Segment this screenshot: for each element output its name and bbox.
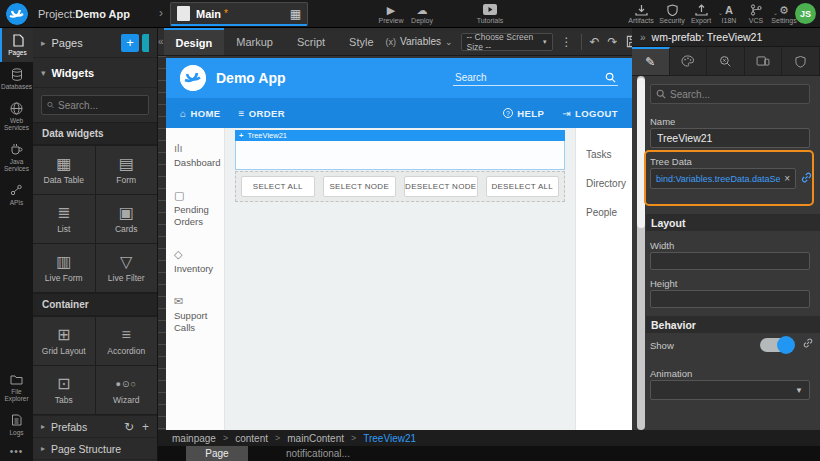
name-field-input[interactable] bbox=[650, 128, 810, 148]
tab-properties[interactable]: ✎ bbox=[632, 47, 670, 75]
deselect-all-button[interactable]: DESELECT ALL bbox=[486, 176, 560, 197]
rail-item-java-services[interactable]: Java Services bbox=[0, 137, 33, 178]
property-search-box[interactable] bbox=[650, 84, 810, 104]
tutorials-button[interactable]: Tutorials bbox=[470, 3, 510, 24]
collapse-panel-icon[interactable]: » bbox=[640, 32, 646, 43]
project-name: Demo App bbox=[75, 8, 130, 20]
height-field-input[interactable] bbox=[650, 290, 810, 308]
pages-section-header[interactable]: ▸ Pages + bbox=[33, 28, 157, 58]
variables-button-label: Variables bbox=[400, 36, 441, 47]
project-label: Project:Demo App bbox=[38, 8, 130, 20]
add-page-button[interactable]: + bbox=[121, 34, 139, 52]
widget-tile-accordion[interactable]: ≡Accordion bbox=[96, 317, 158, 365]
sidebar-item-pending-orders[interactable]: ▢Pending Orders bbox=[174, 189, 216, 228]
select-node-button[interactable]: SELECT NODE bbox=[323, 176, 397, 197]
design-canvas[interactable]: Demo App Search ⌂HOME ≡ORDER ?HELP ⇥LOGO… bbox=[166, 58, 632, 430]
widget-tile-live-filter[interactable]: ▽Live Filter bbox=[96, 244, 158, 292]
variables-button[interactable]: (x) Variables ⌄ bbox=[386, 36, 453, 47]
status-tab-page[interactable]: Page bbox=[186, 446, 248, 461]
screen-size-select[interactable]: -- Choose Screen Size -- ▾ bbox=[461, 33, 553, 51]
widget-tile-cards[interactable]: ▣Cards bbox=[96, 195, 158, 243]
deselect-node-button[interactable]: DESELECT NODE bbox=[404, 176, 478, 197]
left-panel: ▸ Pages + ▾ Widgets Data widgets ▦Data T… bbox=[33, 28, 158, 461]
pages-section-label: Pages bbox=[52, 37, 83, 49]
nav-logout-link[interactable]: ⇥LOGOUT bbox=[562, 108, 618, 119]
widget-tile-tabs[interactable]: ⊡Tabs bbox=[33, 366, 95, 414]
tree-data-bind-input[interactable]: bind:Variables.treeData.dataSet × bbox=[650, 168, 796, 189]
page-actions-button[interactable] bbox=[142, 34, 149, 52]
widget-search-input[interactable] bbox=[58, 100, 143, 111]
preview-app-header[interactable]: Demo App Search bbox=[166, 58, 632, 98]
tab-security[interactable] bbox=[782, 47, 820, 75]
width-field-input[interactable] bbox=[650, 252, 810, 270]
widgets-section-header[interactable]: ▾ Widgets bbox=[33, 58, 157, 88]
tab-script[interactable]: Script bbox=[285, 28, 337, 55]
editor-toolbar: « Design Markup Script Style (x) Variabl… bbox=[158, 28, 632, 56]
rail-item-databases[interactable]: Databases bbox=[0, 62, 33, 96]
tab-design[interactable]: Design bbox=[164, 28, 225, 55]
tab-style[interactable]: Style bbox=[337, 28, 385, 55]
variables-caret-icon: ⌄ bbox=[445, 37, 453, 47]
link-directory[interactable]: Directory bbox=[576, 169, 632, 198]
deploy-button[interactable]: ☁ Deploy bbox=[402, 3, 442, 24]
bind-link-icon[interactable] bbox=[800, 171, 813, 184]
behavior-section-header[interactable]: Behavior bbox=[646, 316, 820, 333]
rail-item-file-explorer[interactable]: File Explorer bbox=[0, 367, 33, 408]
tab-styles[interactable] bbox=[670, 47, 708, 75]
more-options-button[interactable]: ⋮ bbox=[561, 35, 573, 49]
page-structure-section-header[interactable]: ▸ Page Structure bbox=[33, 437, 157, 459]
wavemaker-logo-icon[interactable] bbox=[6, 3, 28, 25]
sidebar-item-dashboard[interactable]: ılıDashboard bbox=[174, 142, 216, 169]
treeview-widget[interactable] bbox=[235, 141, 565, 170]
app-search-field[interactable]: Search bbox=[453, 70, 618, 86]
widget-tile-list[interactable]: ≣List bbox=[33, 195, 95, 243]
widget-tile-data-table[interactable]: ▦Data Table bbox=[33, 146, 95, 194]
breadcrumb-item-content[interactable]: content bbox=[235, 433, 268, 444]
page-tab-main[interactable]: Main * ▦ bbox=[170, 2, 308, 26]
nav-home-link[interactable]: ⌂HOME bbox=[180, 108, 221, 119]
width-field-label: Width bbox=[650, 240, 674, 251]
layout-section-header[interactable]: Layout bbox=[646, 214, 820, 231]
animation-select[interactable]: ▼ bbox=[650, 380, 810, 400]
widget-tile-wizard[interactable]: ●⊙○Wizard bbox=[96, 366, 158, 414]
link-tasks[interactable]: Tasks bbox=[576, 140, 632, 169]
property-search-input[interactable] bbox=[670, 89, 790, 100]
clear-binding-icon[interactable]: × bbox=[784, 173, 790, 184]
rail-item-apis[interactable]: APIs bbox=[0, 178, 33, 212]
add-prefab-icon[interactable]: + bbox=[142, 420, 149, 434]
tab-devices[interactable] bbox=[745, 47, 783, 75]
sidebar-item-inventory[interactable]: ◇Inventory bbox=[174, 248, 216, 275]
search-icon bbox=[47, 100, 54, 110]
nav-help-link[interactable]: ?HELP bbox=[503, 108, 544, 119]
bar-chart-icon: ılı bbox=[174, 142, 216, 154]
breadcrumb-item-treeview21[interactable]: TreeView21 bbox=[363, 433, 416, 444]
tab-events[interactable] bbox=[707, 47, 745, 75]
panel-scrollbar[interactable] bbox=[637, 76, 645, 430]
widget-tile-form[interactable]: ▤Form bbox=[96, 146, 158, 194]
breadcrumb-item-mainpage[interactable]: mainpage bbox=[172, 433, 216, 444]
show-toggle[interactable] bbox=[760, 338, 794, 352]
rail-item-logs[interactable]: Logs bbox=[0, 408, 33, 442]
rail-more-button[interactable]: ••• bbox=[0, 442, 33, 461]
nav-order-link[interactable]: ≡ORDER bbox=[239, 108, 286, 119]
rail-item-web-services[interactable]: Web Services bbox=[0, 96, 33, 137]
refresh-prefabs-icon[interactable]: ↻ bbox=[124, 420, 134, 434]
widget-tile-live-form[interactable]: ▥Live Form bbox=[33, 244, 95, 292]
breadcrumb-item-maincontent[interactable]: mainContent bbox=[287, 433, 344, 444]
widget-tile-grid-layout[interactable]: ⊞Grid Layout bbox=[33, 317, 95, 365]
widget-search-box[interactable] bbox=[41, 95, 149, 115]
rail-item-pages[interactable]: Pages bbox=[0, 28, 33, 62]
redo-button[interactable]: ↷ bbox=[608, 35, 618, 49]
waffle-menu-icon[interactable]: ▦ bbox=[290, 7, 301, 21]
show-bind-link-icon[interactable] bbox=[802, 337, 814, 349]
treeview-selection-label[interactable]: + TreeView21 bbox=[235, 130, 565, 141]
tile-label: Live Filter bbox=[108, 273, 145, 283]
user-avatar[interactable]: JS bbox=[795, 3, 816, 24]
prefabs-section-header[interactable]: ▸ Prefabs ↻+ bbox=[33, 415, 157, 437]
undo-button[interactable]: ↶ bbox=[590, 35, 600, 49]
button-row-container[interactable]: SELECT ALL SELECT NODE DESELECT NODE DES… bbox=[235, 171, 565, 202]
link-people[interactable]: People bbox=[576, 198, 632, 227]
sidebar-item-support-calls[interactable]: ✉Support Calls bbox=[174, 295, 216, 334]
select-all-button[interactable]: SELECT ALL bbox=[241, 176, 315, 197]
tab-markup[interactable]: Markup bbox=[224, 28, 285, 55]
